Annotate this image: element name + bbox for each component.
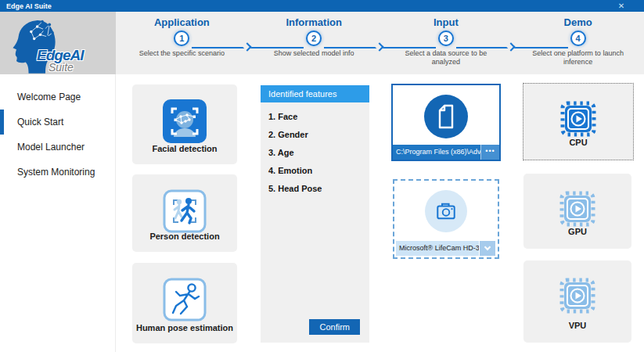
wizard-stepper: Application 1 Select the specific scenar… <box>116 12 644 74</box>
close-icon[interactable]: ✕ <box>616 1 627 11</box>
step-title: Application <box>154 16 210 28</box>
step-description: Select the specific scenario <box>135 49 228 58</box>
sidebar-item-quick-start[interactable]: Quick Start <box>0 110 115 135</box>
sidebar: EdgeAI Suite Welcome Page Quick Start Mo… <box>0 12 116 352</box>
step-title: Information <box>286 16 342 28</box>
scenario-card-person-detection[interactable]: Person detection <box>132 174 237 252</box>
step-3-circle[interactable]: 3 <box>438 31 454 46</box>
feature-item: 5. Head Pose <box>261 180 369 198</box>
file-path-text: C:\Program Files (x86)\Advante <box>393 145 480 160</box>
sidebar-item-welcome-page[interactable]: Welcome Page <box>0 84 115 110</box>
window-title: Edge AI Suite <box>0 2 52 10</box>
sidebar-item-system-monitoring[interactable]: System Monitoring <box>0 160 115 185</box>
platform-card-vpu[interactable]: VPU <box>523 260 631 343</box>
feature-item: 4. Emotion <box>261 162 369 180</box>
platform-card-gpu[interactable]: GPU <box>523 174 631 249</box>
step-description: Show selected model info <box>267 49 361 58</box>
document-icon <box>424 95 468 142</box>
step-description: Select a data source to be analyzed <box>399 49 493 66</box>
identified-features-panel: Identified features 1. Face 2. Gender 3.… <box>261 85 369 343</box>
camera-icon <box>425 190 467 232</box>
scenario-card-human-pose[interactable]: Human pose estimation <box>132 263 237 343</box>
step-input: Input 3 Select a data source to be analy… <box>380 12 513 74</box>
step-4-circle[interactable]: 4 <box>570 31 586 46</box>
camera-dropdown-button[interactable] <box>480 241 495 256</box>
titlebar: Edge AI Suite ✕ <box>0 0 644 12</box>
camera-select-bar: Microsoft® LifeCam HD-3000 <box>396 241 495 256</box>
platform-card-cpu[interactable]: CPU <box>523 83 634 160</box>
feature-item: 2. Gender <box>261 126 369 144</box>
browse-more-button[interactable]: ••• <box>480 145 499 160</box>
camera-input-card[interactable]: Microsoft® LifeCam HD-3000 <box>393 179 499 259</box>
step-2-circle[interactable]: 2 <box>306 31 322 46</box>
human-pose-icon <box>163 278 207 325</box>
app-window: Edge AI Suite ✕ EdgeAI Suite Welcome Pag… <box>0 0 644 352</box>
features-list: 1. Face 2. Gender 3. Age 4. Emotion 5. H… <box>261 108 369 198</box>
person-detection-icon <box>163 189 207 236</box>
platform-label: GPU <box>523 227 631 236</box>
step-demo: Demo 4 Select one platform to launch inf… <box>512 12 644 74</box>
face-detection-icon <box>163 99 207 146</box>
step-title: Input <box>434 16 459 28</box>
logo-subtitle: Suite <box>49 61 74 74</box>
feature-item: 1. Face <box>261 108 369 126</box>
app-logo: EdgeAI Suite <box>0 12 116 74</box>
sidebar-item-model-launcher[interactable]: Model Launcher <box>0 135 115 160</box>
scenario-card-facial-detection[interactable]: Facial detection <box>132 84 237 164</box>
camera-device-select[interactable]: Microsoft® LifeCam HD-3000 <box>396 241 479 256</box>
platform-label: VPU <box>523 321 631 330</box>
step-application: Application 1 Select the specific scenar… <box>116 12 248 74</box>
step-connector <box>192 47 304 48</box>
vpu-chip-icon <box>556 274 599 321</box>
chevron-down-icon <box>484 244 491 250</box>
step-connector <box>324 47 436 48</box>
scenario-label: Facial detection <box>132 144 237 153</box>
step-description: Select one platform to launch inference <box>531 49 625 66</box>
sidebar-menu: Welcome Page Quick Start Model Launcher … <box>0 84 115 185</box>
cpu-chip-icon <box>556 97 600 144</box>
step-1-circle[interactable]: 1 <box>174 31 189 46</box>
scenario-label: Person detection <box>132 232 237 241</box>
file-path-bar: C:\Program Files (x86)\Advante ••• <box>393 145 499 160</box>
step-information: Information 2 Show selected model info <box>248 12 380 74</box>
step-connector <box>456 47 568 48</box>
identified-features-header: Identified features <box>261 85 369 102</box>
feature-item: 3. Age <box>261 144 369 162</box>
platform-label: CPU <box>523 138 633 147</box>
confirm-button[interactable]: Confirm <box>309 319 360 335</box>
main-content: Facial detection <box>116 74 644 352</box>
file-input-card[interactable]: C:\Program Files (x86)\Advante ••• <box>391 84 501 161</box>
step-title: Demo <box>564 16 592 28</box>
scenario-label: Human pose estimation <box>132 323 237 332</box>
